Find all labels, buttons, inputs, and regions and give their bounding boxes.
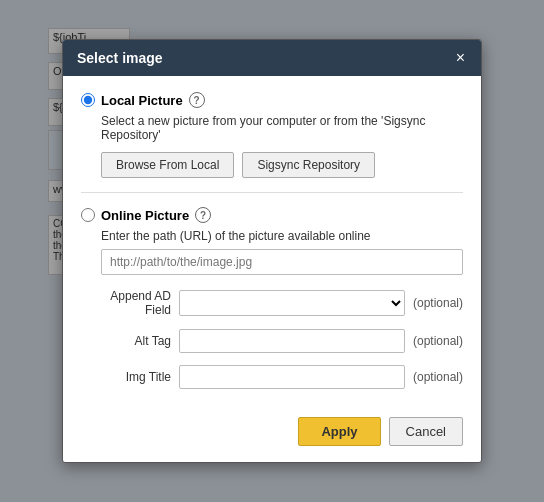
- append-ad-select[interactable]: [179, 290, 405, 316]
- online-picture-section: Online Picture ? Enter the path (URL) of…: [81, 207, 463, 275]
- select-image-dialog: Select image × Local Picture ? Select a …: [62, 39, 482, 463]
- local-picture-buttons: Browse From Local Sigsync Repository: [101, 152, 463, 178]
- append-ad-label: Append AD Field: [81, 289, 171, 317]
- online-picture-radio[interactable]: [81, 208, 95, 222]
- browse-local-button[interactable]: Browse From Local: [101, 152, 234, 178]
- alt-tag-row: Alt Tag (optional): [81, 329, 463, 353]
- local-picture-radio[interactable]: [81, 93, 95, 107]
- online-picture-help-icon[interactable]: ?: [195, 207, 211, 223]
- close-button[interactable]: ×: [454, 50, 467, 66]
- img-title-optional: (optional): [413, 370, 463, 384]
- modal-body: Local Picture ? Select a new picture fro…: [63, 76, 481, 405]
- append-ad-row: Append AD Field (optional): [81, 289, 463, 317]
- modal-title: Select image: [77, 50, 163, 66]
- local-picture-label[interactable]: Local Picture: [101, 93, 183, 108]
- alt-tag-optional: (optional): [413, 334, 463, 348]
- cancel-button[interactable]: Cancel: [389, 417, 463, 446]
- sigsync-repo-button[interactable]: Sigsync Repository: [242, 152, 375, 178]
- online-picture-description: Enter the path (URL) of the picture avai…: [101, 229, 463, 243]
- modal-header: Select image ×: [63, 40, 481, 76]
- modal-footer: Apply Cancel: [63, 405, 481, 462]
- url-input[interactable]: [101, 249, 463, 275]
- alt-tag-input[interactable]: [179, 329, 405, 353]
- img-title-row: Img Title (optional): [81, 365, 463, 389]
- local-picture-radio-row: Local Picture ?: [81, 92, 463, 108]
- append-ad-optional: (optional): [413, 296, 463, 310]
- online-picture-label[interactable]: Online Picture: [101, 208, 189, 223]
- local-picture-section: Local Picture ? Select a new picture fro…: [81, 92, 463, 178]
- modal-overlay: Select image × Local Picture ? Select a …: [0, 0, 544, 502]
- local-picture-description: Select a new picture from your computer …: [101, 114, 463, 142]
- alt-tag-label: Alt Tag: [81, 334, 171, 348]
- apply-button[interactable]: Apply: [298, 417, 380, 446]
- img-title-input[interactable]: [179, 365, 405, 389]
- online-picture-radio-row: Online Picture ?: [81, 207, 463, 223]
- img-title-label: Img Title: [81, 370, 171, 384]
- section-divider: [81, 192, 463, 193]
- local-picture-help-icon[interactable]: ?: [189, 92, 205, 108]
